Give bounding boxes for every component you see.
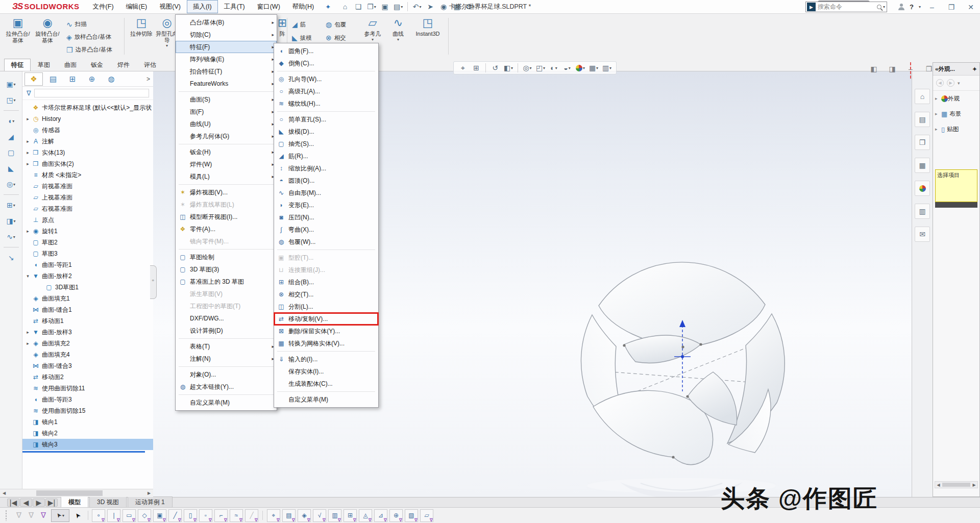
menu-item-dxf-dwg[interactable]: DXF/DWG... [176,312,277,325]
tree-item-surface-loft2[interactable]: ▾▼曲面-放样2 [22,270,153,282]
menu-item-fillet[interactable]: ◖圆角(F)... [274,45,378,57]
ribbon-tab-evaluate[interactable]: 评估 [137,59,163,71]
tree-item-surface-fill1[interactable]: ◈曲面填充1 [22,293,153,304]
menu-item-object[interactable]: 对象(O)... [176,368,277,381]
appearances-button[interactable] [915,181,930,196]
lasso-cursor-icon[interactable]: ➤ [70,508,84,523]
revolved-boss-button[interactable]: ◉旋转凸台/基体 [34,15,61,57]
snap-table-button[interactable]: ⊞ [344,509,357,522]
tree-expander-icon[interactable]: ▸ [24,330,31,335]
menu-item-fastening-feature[interactable]: 扣合特征(T)▸ [176,65,277,78]
dimxpert-tab[interactable]: ⊕ [83,72,101,86]
snap-solid-button[interactable]: ▣ [153,509,166,522]
search-caret-icon[interactable]: ▾ [883,5,885,9]
snap-plus-button[interactable]: ⊕ [389,509,403,522]
forward-button[interactable]: ▶ [947,79,954,87]
tree-item-move-face1[interactable]: ⇄移动面1 [22,315,153,327]
tree-item-3dsketch1[interactable]: ▢3D草图1 [22,282,153,293]
tree-item-top-plane[interactable]: ▱上视基准面 [22,192,153,203]
hide-show-items-button[interactable]: ◒▾ [561,62,573,73]
menu-item-indent[interactable]: ◙压凹(N)... [274,211,378,223]
tree-item-move-face2[interactable]: ⇄移动面2 [22,371,153,383]
propertymanager-tab[interactable]: ▤ [44,72,62,86]
menu-item-thread[interactable]: ≋螺纹线(H)... [274,97,378,110]
panel-splitter-handle[interactable] [150,265,157,299]
menu-item-create-assembly[interactable]: 生成装配体(C)... [274,378,378,390]
menu-item-exploded-view[interactable]: ✶爆炸视图(V)... [176,186,277,198]
minimize-button[interactable]: – [926,2,938,13]
options-button[interactable]: ⚙▾ [464,1,476,12]
zoom-area-button[interactable]: ⊞ [470,62,482,73]
tree-item-surface-offset3[interactable]: ◖曲面-等距3 [22,394,153,405]
tree-item-cut-with-surface11[interactable]: ≋使用曲面切除11 [22,383,153,394]
forum-button[interactable]: ✉ [915,227,930,242]
snap-rectangle-button[interactable]: ▭ [122,509,136,522]
tree-horizontal-scrollbar[interactable]: ◀ ▶ [0,489,153,497]
ribbon-tab-weldments[interactable]: 焊件 [110,59,137,71]
menu-item-sheet-metal[interactable]: 钣金(H)▸ [176,146,277,158]
menu-item-convert-to-mesh[interactable]: ▦转换为网格实体(V)... [274,337,378,350]
snap-shade-button[interactable]: ▧ [405,509,418,522]
tree-expander-icon[interactable]: ▾ [24,273,31,279]
home-button[interactable]: ⌂ [915,89,930,104]
menu-item-move-copy[interactable]: ⇄移动/复制(V)... [274,313,378,325]
design-library-button[interactable]: ▤ [915,112,930,127]
tree-expander-icon[interactable]: ▸ [24,116,31,121]
display-style-button[interactable]: ◐▾ [548,62,560,73]
search-input[interactable]: 搜索命令 [818,3,877,11]
menu-item-rib[interactable]: ◢筋(R)... [274,150,378,162]
menu-item-model-break-view[interactable]: ◫模型断开视图(I)... [176,211,277,223]
tree-item-right-plane[interactable]: ▱右视基准面 [22,203,153,214]
next-tab-button[interactable]: ▶ [33,499,45,507]
snap-diamond-button[interactable]: ◇ [138,509,151,522]
menu-item-pattern-mirror[interactable]: 阵列/镜像(E)▸ [176,53,277,65]
taskpane-item-scenes[interactable]: ▸▦布景 [933,106,979,121]
menu-item-simple-hole[interactable]: ○简单直孔(S)... [274,113,378,126]
lofted-boss-button[interactable]: ◈放样凸台/基体 [66,31,124,43]
menu-item-boss-base[interactable]: 凸台/基体(B)▸ [176,16,277,29]
menubar-item-window[interactable]: 窗口(W) [251,0,286,13]
tree-item-mirror3[interactable]: ◨镜向3 [22,439,153,450]
save-button[interactable]: ▣ [379,1,391,12]
tree-item-front-plane[interactable]: ▱前视基准面 [22,181,153,192]
snap-points-button[interactable]: ∘ [92,509,105,522]
menu-item-weldments[interactable]: 焊件(W)▸ [176,158,277,170]
measure-button[interactable]: ↘ [5,252,17,263]
document-tab-motion-study[interactable]: 运动算例 1 [128,496,173,507]
filter-graphics-icon[interactable]: ∇ [13,511,25,520]
swept-boss-button[interactable]: ∿扫描 [66,18,124,31]
menu-item-face[interactable]: 面(F)▸ [176,106,277,118]
featuremanager-tab[interactable]: ❖ [24,72,43,86]
help-caret-icon[interactable]: ▾ [919,5,921,9]
snap-hatch-button[interactable]: ▤ [282,509,296,522]
menu-item-3d-sketch[interactable]: ▢3D 草图(3) [176,263,277,276]
pin-menubar-icon[interactable]: ✦ [320,3,336,11]
scroll-left-icon[interactable]: ◀ [0,491,8,495]
scrollbar-track[interactable] [8,489,145,497]
menu-item-sketch[interactable]: ▢草图绘制 [176,251,277,263]
menu-item-design-study[interactable]: 设计算例(D) [176,325,277,337]
menu-item-customize-menu[interactable]: 自定义菜单(M) [176,396,277,409]
draft-button[interactable]: ◣ [5,163,17,174]
menubar-item-help[interactable]: 帮助(H) [286,0,320,13]
tree-item-mirror1[interactable]: ◨镜向1 [22,416,153,428]
filter-edit-icon[interactable]: ∇ [25,511,37,520]
menu-item-featureworks[interactable]: FeatureWorks▸ [176,78,277,90]
instant3d-button[interactable]: ◳Instant3D [411,15,444,57]
new-document-button[interactable]: ❏ [352,1,364,12]
restore-button[interactable]: ❐ [945,2,958,13]
undo-button[interactable]: ↶▾ [411,1,423,12]
render-bead-button[interactable]: ◉ [437,1,450,12]
zoom-fit-button[interactable]: ⌖ [457,62,469,73]
scroll-right-icon[interactable]: ▶ [145,491,153,495]
shell-button[interactable]: ▢ [5,147,17,158]
tree-item-surface-knit1[interactable]: ⋈曲面-缝合1 [22,304,153,315]
menu-item-chamfer[interactable]: ◆倒角(C)... [274,57,378,69]
pane-left-button[interactable]: ◧ [868,63,880,74]
menu-item-dome[interactable]: ◓圆顶(O)... [274,175,378,187]
close-button[interactable]: ✕ [941,63,953,74]
menubar-item-view[interactable]: 视图(V) [153,0,187,13]
tree-item-sensors[interactable]: ◎传感器 [22,124,153,136]
expander-icon[interactable]: ▸ [935,111,941,116]
tree-item-surface-offset1[interactable]: ◖曲面-等距1 [22,259,153,270]
